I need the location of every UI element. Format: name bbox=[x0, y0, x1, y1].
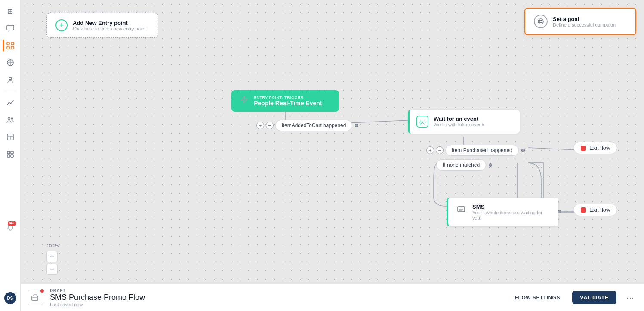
goal-card-text: Set a goal Define a successful campaign bbox=[553, 16, 616, 27]
sidebar-item-notifications[interactable]: 88+ bbox=[3, 220, 18, 235]
trigger-label: ENTRY POINT: TRIGGER bbox=[254, 95, 322, 100]
zoom-in-button[interactable]: + bbox=[46, 251, 58, 262]
exit-flow-1-label: Exit flow bbox=[589, 145, 610, 151]
sidebar-item-integrations[interactable] bbox=[3, 146, 18, 162]
svg-point-22 bbox=[538, 19, 543, 24]
branch2-remove-btn[interactable]: − bbox=[436, 146, 444, 154]
sidebar-item-flows[interactable] bbox=[3, 38, 18, 53]
flow-info: DRAFT SMS Purchase Promo Flow Last saved… bbox=[50, 288, 145, 307]
sms-node[interactable]: SMS Your favorite items are waiting for … bbox=[447, 198, 558, 226]
flow-saved: Last saved now bbox=[50, 302, 145, 307]
wait-icon: {x} bbox=[416, 116, 428, 128]
svg-rect-1 bbox=[7, 42, 9, 45]
sidebar-item-templates[interactable] bbox=[3, 129, 18, 145]
branch1-row: + − itemAddedToCart happened bbox=[256, 120, 358, 131]
flow-canvas[interactable]: + Add New Entry point Click here to add … bbox=[21, 0, 644, 284]
flow-settings-button[interactable]: FLOW SETTINGS bbox=[510, 292, 565, 303]
trigger-title: People Real-Time Event bbox=[254, 100, 322, 107]
validate-button[interactable]: VALIDATE bbox=[572, 291, 616, 304]
goal-card-title: Set a goal bbox=[553, 16, 616, 22]
branch1-dot bbox=[355, 124, 358, 127]
zoom-level: 100% bbox=[46, 243, 59, 248]
add-entry-point-card[interactable]: + Add New Entry point Click here to add … bbox=[46, 13, 158, 38]
add-entry-point-subtitle: Click here to add a new entry point bbox=[73, 26, 145, 31]
flow-name[interactable]: SMS Purchase Promo Flow bbox=[50, 293, 145, 302]
svg-rect-0 bbox=[7, 25, 14, 30]
sidebar-item-segments[interactable] bbox=[3, 55, 18, 70]
notification-badge: 88+ bbox=[8, 221, 16, 226]
svg-rect-15 bbox=[11, 155, 13, 157]
branch3-dot bbox=[489, 163, 492, 167]
sidebar-item-grid[interactable]: ⊞ bbox=[3, 3, 18, 19]
svg-rect-3 bbox=[7, 46, 9, 49]
sms-node-title: SMS bbox=[472, 204, 552, 210]
branch2-dot bbox=[521, 149, 525, 152]
exit-flow-2-container: Exit flow bbox=[573, 204, 617, 216]
branch2-controls: + − bbox=[426, 146, 444, 154]
wait-node-text: Wait for an event Works with future even… bbox=[434, 116, 485, 127]
exit-flow-1-button[interactable]: Exit flow bbox=[573, 142, 617, 154]
exit-flow-2-label: Exit flow bbox=[589, 207, 610, 213]
trigger-node[interactable]: ENTRY POINT: TRIGGER People Real-Time Ev… bbox=[231, 90, 339, 112]
sidebar-item-audience[interactable] bbox=[3, 112, 18, 128]
flow-dot-red bbox=[40, 289, 44, 293]
add-entry-point-text: Add New Entry point Click here to add a … bbox=[73, 20, 145, 31]
zoom-controls: 100% + − bbox=[46, 243, 59, 275]
sms-exit-connector bbox=[21, 0, 644, 284]
branch2-pill: Item Purchased happened bbox=[445, 145, 519, 156]
sms-icon bbox=[455, 204, 467, 216]
exit-sq-1 bbox=[581, 146, 586, 151]
wait-node[interactable]: {x} Wait for an event Works with future … bbox=[408, 110, 520, 134]
svg-rect-12 bbox=[7, 151, 10, 154]
branch1-add-btn[interactable]: + bbox=[256, 122, 264, 129]
main-content: + Add New Entry point Click here to add … bbox=[21, 0, 644, 311]
sidebar: ⊞ 88+ DS bbox=[0, 0, 21, 311]
exit-flow-1-container: Exit flow bbox=[573, 142, 617, 154]
exit-sq-2 bbox=[581, 207, 586, 213]
wait-node-title: Wait for an event bbox=[434, 116, 485, 122]
svg-rect-2 bbox=[11, 42, 14, 45]
svg-point-6 bbox=[9, 77, 12, 80]
more-options-button[interactable]: ⋯ bbox=[623, 291, 637, 305]
branch3-row: If none matched bbox=[436, 159, 492, 171]
set-goal-card[interactable]: Set a goal Define a successful campaign bbox=[524, 8, 636, 35]
sms-node-subtitle: Your favorite items are waiting for you! bbox=[472, 210, 552, 220]
sms-dot bbox=[558, 210, 561, 213]
svg-rect-4 bbox=[11, 46, 14, 49]
sidebar-item-analytics[interactable] bbox=[3, 95, 18, 110]
branch2-add-btn[interactable]: + bbox=[426, 146, 434, 154]
wait-node-subtitle: Works with future events bbox=[434, 122, 485, 127]
branch2-row: + − Item Purchased happened bbox=[426, 145, 525, 156]
goal-card-subtitle: Define a successful campaign bbox=[553, 22, 616, 27]
add-entry-point-icon: + bbox=[55, 19, 68, 31]
svg-rect-27 bbox=[32, 296, 38, 300]
branch1-controls: + − bbox=[256, 122, 274, 129]
svg-point-7 bbox=[8, 118, 10, 120]
sms-node-text: SMS Your favorite items are waiting for … bbox=[472, 204, 552, 220]
branch1-pill: itemAddedToCart happened bbox=[275, 120, 352, 131]
exit-flow-2-button[interactable]: Exit flow bbox=[573, 204, 617, 216]
svg-rect-14 bbox=[7, 155, 10, 157]
trigger-node-text: ENTRY POINT: TRIGGER People Real-Time Ev… bbox=[254, 95, 322, 107]
bottom-bar: DRAFT SMS Purchase Promo Flow Last saved… bbox=[21, 284, 644, 311]
sidebar-divider bbox=[4, 91, 17, 91]
svg-line-19 bbox=[528, 148, 576, 150]
svg-point-23 bbox=[539, 20, 542, 23]
flow-icon bbox=[28, 290, 43, 305]
draft-label: DRAFT bbox=[50, 288, 145, 293]
branch3-pill: If none matched bbox=[436, 159, 486, 171]
sidebar-item-chat[interactable] bbox=[3, 21, 18, 36]
zoom-out-button[interactable]: − bbox=[46, 264, 58, 275]
svg-point-8 bbox=[11, 118, 13, 119]
goal-icon bbox=[534, 15, 548, 28]
add-entry-point-title: Add New Entry point bbox=[73, 20, 145, 26]
sidebar-item-contacts[interactable] bbox=[3, 72, 18, 88]
svg-rect-13 bbox=[11, 151, 13, 154]
user-avatar[interactable]: DS bbox=[4, 292, 16, 304]
curved-connector bbox=[21, 0, 644, 284]
branch1-remove-btn[interactable]: − bbox=[266, 122, 274, 129]
trigger-icon bbox=[240, 96, 249, 106]
connector-lines bbox=[21, 0, 644, 284]
